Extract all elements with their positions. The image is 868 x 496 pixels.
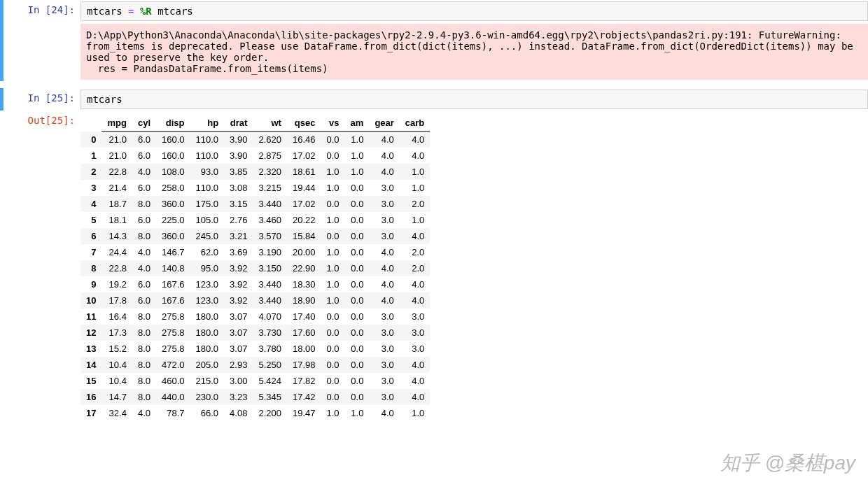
output-prompt-spacer	[4, 24, 80, 80]
table-row: 1217.38.0275.8180.03.073.73017.600.00.03…	[80, 325, 430, 341]
dataframe-cell: 3.440	[253, 196, 287, 212]
dataframe-cell: 1.0	[321, 292, 345, 309]
dataframe-cell: 62.0	[190, 244, 225, 260]
dataframe-cell: 1.0	[400, 180, 430, 196]
table-row: 822.84.0140.895.03.923.15022.901.00.04.0…	[80, 260, 430, 276]
stderr-output-24[interactable]: D:\App\Python3\Anaconda\Anaconda\lib\sit…	[80, 24, 868, 80]
dataframe-cell: 4.0	[132, 260, 156, 276]
dataframe-cell: 3.0	[400, 325, 430, 341]
dataframe-row-index: 15	[80, 373, 102, 389]
dataframe-cell: 15.84	[287, 228, 321, 244]
dataframe-cell: 0.0	[345, 212, 370, 228]
dataframe-row-index: 4	[80, 196, 102, 212]
dataframe-cell: 14.3	[102, 228, 132, 244]
dataframe-row-index: 12	[80, 325, 102, 341]
dataframe-cell: 4.0	[369, 260, 399, 276]
dataframe-cell: 3.92	[224, 292, 253, 309]
dataframe-cell: 3.07	[224, 309, 253, 325]
dataframe-cell: 167.6	[156, 276, 190, 292]
dataframe-cell: 93.0	[190, 164, 225, 180]
dataframe-cell: 22.8	[102, 260, 132, 276]
dataframe-cell: 3.570	[253, 228, 287, 244]
table-row: 1510.48.0460.0215.03.005.42417.820.00.03…	[80, 373, 430, 389]
dataframe-cell: 6.0	[132, 132, 156, 148]
table-row: 1732.44.078.766.04.082.20019.471.01.04.0…	[80, 405, 430, 421]
dataframe-cell: 66.0	[190, 405, 225, 421]
dataframe-cell: 180.0	[190, 325, 225, 341]
dataframe-cell: 0.0	[345, 196, 370, 212]
dataframe-row-index: 17	[80, 405, 102, 421]
table-row: 1315.28.0275.8180.03.073.78018.000.00.03…	[80, 341, 430, 357]
dataframe-cell: 17.02	[287, 148, 321, 164]
dataframe-cell: 6.0	[132, 276, 156, 292]
dataframe-row-index: 0	[80, 132, 102, 148]
dataframe-cell: 17.98	[287, 357, 321, 373]
output-cell-24: D:\App\Python3\Anaconda\Anaconda\lib\sit…	[0, 22, 868, 81]
table-row: 1017.86.0167.6123.03.923.44018.901.00.04…	[80, 292, 430, 309]
dataframe-cell: 4.0	[400, 148, 430, 164]
dataframe-cell: 0.0	[345, 260, 370, 276]
dataframe-cell: 258.0	[156, 180, 190, 196]
dataframe-cell: 21.4	[102, 180, 132, 196]
dataframe-cell: 1.0	[321, 180, 345, 196]
dataframe-cell: 1.0	[345, 405, 370, 421]
dataframe-cell: 160.0	[156, 148, 190, 164]
code-text: mtcars	[87, 6, 128, 17]
dataframe-cell: 4.0	[400, 228, 430, 244]
dataframe-cell: 17.82	[287, 373, 321, 389]
code-input-25[interactable]: mtcars	[80, 90, 868, 109]
dataframe-cell: 10.4	[102, 357, 132, 373]
dataframe-cell: 16.4	[102, 309, 132, 325]
code-cell-24[interactable]: In [24]: mtcars = %R mtcars	[0, 0, 868, 22]
dataframe-cell: 167.6	[156, 292, 190, 309]
dataframe-cell: 1.0	[321, 212, 345, 228]
dataframe-cell: 4.0	[369, 405, 399, 421]
dataframe-col-header: cyl	[132, 115, 156, 132]
input-prompt-24: In [24]:	[4, 1, 80, 21]
dataframe-cell: 360.0	[156, 196, 190, 212]
dataframe-cell: 3.150	[253, 260, 287, 276]
dataframe-cell: 0.0	[345, 276, 370, 292]
dataframe-col-header: mpg	[102, 115, 132, 132]
dataframe-cell: 0.0	[345, 357, 370, 373]
table-row: 021.06.0160.0110.03.902.62016.460.01.04.…	[80, 132, 430, 148]
dataframe-cell: 6.0	[132, 292, 156, 309]
dataframe-cell: 0.0	[345, 228, 370, 244]
dataframe-cell: 175.0	[190, 196, 225, 212]
dataframe-cell: 3.07	[224, 341, 253, 357]
dataframe-cell: 3.92	[224, 260, 253, 276]
dataframe-cell: 1.0	[321, 260, 345, 276]
dataframe-row-index: 9	[80, 276, 102, 292]
code-input-24[interactable]: mtcars = %R mtcars	[80, 1, 868, 21]
dataframe-cell: 0.0	[321, 148, 345, 164]
dataframe-cell: 108.0	[156, 164, 190, 180]
dataframe-cell: 4.0	[132, 244, 156, 260]
dataframe-cell: 460.0	[156, 373, 190, 389]
dataframe-cell: 16.46	[287, 132, 321, 148]
dataframe-cell: 3.0	[369, 389, 399, 405]
table-row: 724.44.0146.762.03.693.19020.001.00.04.0…	[80, 244, 430, 260]
dataframe-cell: 3.69	[224, 244, 253, 260]
dataframe-row-index: 16	[80, 389, 102, 405]
dataframe-output[interactable]: mpgcyldisphpdratwtqsecvsamgearcarb 021.0…	[80, 115, 430, 421]
dataframe-cell: 3.0	[400, 309, 430, 325]
code-cell-25[interactable]: In [25]: mtcars	[0, 88, 868, 111]
dataframe-cell: 18.1	[102, 212, 132, 228]
code-tail: mtcars	[152, 6, 193, 17]
dataframe-cell: 2.93	[224, 357, 253, 373]
dataframe-cell: 123.0	[190, 276, 225, 292]
dataframe-cell: 18.7	[102, 196, 132, 212]
dataframe-cell: 3.190	[253, 244, 287, 260]
dataframe-cell: 8.0	[132, 325, 156, 341]
dataframe-cell: 32.4	[102, 405, 132, 421]
dataframe-cell: 146.7	[156, 244, 190, 260]
dataframe-cell: 0.0	[321, 357, 345, 373]
dataframe-cell: 4.0	[132, 164, 156, 180]
dataframe-cell: 8.0	[132, 196, 156, 212]
dataframe-row-index: 8	[80, 260, 102, 276]
dataframe-cell: 8.0	[132, 357, 156, 373]
dataframe-cell: 0.0	[345, 244, 370, 260]
dataframe-cell: 2.76	[224, 212, 253, 228]
dataframe-row-index: 2	[80, 164, 102, 180]
dataframe-cell: 275.8	[156, 341, 190, 357]
